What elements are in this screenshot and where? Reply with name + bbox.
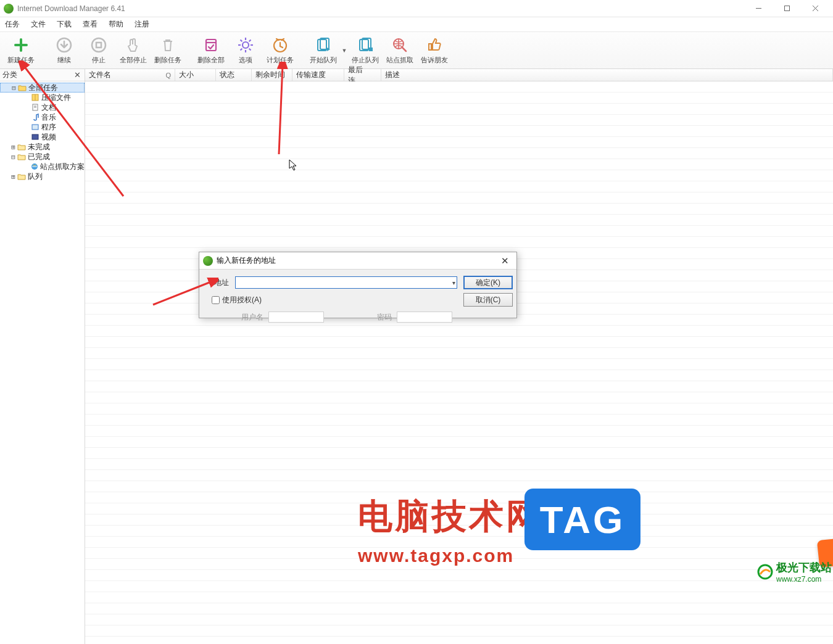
list-row[interactable] [85,625,833,637]
url-input[interactable]: ▾ [235,276,457,289]
tree-expand-icon[interactable]: ⊞ [10,143,17,151]
menu-tasks[interactable]: 任务 [4,18,21,31]
list-row[interactable] [85,481,833,492]
list-row[interactable] [85,592,833,603]
list-row[interactable] [85,93,833,104]
list-row[interactable] [85,514,833,526]
username-input[interactable] [268,312,324,323]
ok-button[interactable]: 确定(K) [463,276,513,289]
tree-item-5[interactable]: 视频 [0,132,85,142]
start-queue-dropdown[interactable]: ▼ [341,47,348,54]
tree-item-9[interactable]: ⊞队列 [0,171,85,181]
list-row[interactable] [85,170,833,181]
toolbar-stop-queue-button[interactable]: 停止队列 [348,33,383,68]
list-row[interactable] [85,526,833,537]
list-row[interactable] [85,470,833,481]
toolbar-options-button[interactable]: 选项 [228,33,263,68]
tree-item-6[interactable]: ⊞未完成 [0,142,85,152]
col-desc[interactable]: 描述 [381,69,833,81]
col-last[interactable]: 最后连… [344,69,381,81]
menu-register[interactable]: 注册 [133,18,151,31]
list-row[interactable] [85,370,833,381]
list-row[interactable] [85,603,833,614]
menu-view[interactable]: 查看 [81,18,99,31]
list-row[interactable] [85,226,833,237]
list-row[interactable] [85,437,833,448]
list-row[interactable] [85,181,833,192]
col-remain[interactable]: 剩余时间 [252,69,292,81]
list-row[interactable] [85,126,833,137]
list-row[interactable] [85,403,833,415]
minimize-button[interactable] [744,0,773,17]
list-row[interactable] [85,581,833,592]
dialog-titlebar[interactable]: 输入新任务的地址 ✕ [199,252,516,270]
sidebar-close-icon[interactable]: ✕ [73,70,82,80]
toolbar-start-queue-button[interactable]: 开始队列 [306,33,341,68]
tree-item-7[interactable]: ⊟已完成 [0,152,85,162]
list-row[interactable] [85,381,833,392]
menu-file[interactable]: 文件 [30,18,47,31]
toolbar-schedule-button[interactable]: 计划任务 [263,33,297,68]
list-row[interactable] [85,192,833,204]
list-row[interactable] [85,570,833,581]
list-row[interactable] [85,459,833,470]
menu-downloads[interactable]: 下载 [56,18,73,31]
chevron-down-icon[interactable]: ▾ [452,279,455,286]
list-row[interactable] [85,614,833,625]
col-speed[interactable]: 传输速度 [292,69,344,81]
cancel-button[interactable]: 取消(C) [463,293,513,307]
list-row[interactable] [85,392,833,403]
list-row[interactable] [85,348,833,359]
list-row[interactable] [85,137,833,148]
maximize-button[interactable] [773,0,801,17]
toolbar-stop-button[interactable]: 停止 [81,33,116,68]
list-row[interactable] [85,104,833,115]
tree-expand-icon[interactable]: ⊟ [10,153,17,161]
password-input[interactable] [397,312,452,323]
list-row[interactable] [85,204,833,215]
list-row[interactable] [85,159,833,170]
toolbar-resume-button[interactable]: 继续 [47,33,81,68]
list-body[interactable] [85,81,833,644]
list-row[interactable] [85,559,833,570]
list-row[interactable] [85,426,833,437]
list-row[interactable] [85,115,833,126]
list-row[interactable] [85,415,833,426]
col-status[interactable]: 状态 [216,69,252,81]
tree-item-1[interactable]: 压缩文件 [0,93,85,102]
list-row[interactable] [85,448,833,459]
list-row[interactable] [85,503,833,514]
tree-expand-icon[interactable]: ⊟ [10,84,17,92]
list-row[interactable] [85,215,833,226]
list-row[interactable] [85,81,833,93]
col-size[interactable]: 大小 [175,69,216,81]
dialog-close-icon[interactable]: ✕ [497,255,513,266]
toolbar-tell-button[interactable]: 告诉朋友 [417,33,452,68]
tree-expand-icon[interactable]: ⊞ [10,173,17,181]
tree-item-3[interactable]: 音乐 [0,112,85,122]
list-row[interactable] [85,359,833,370]
list-row[interactable] [85,237,833,248]
toolbar-new-button[interactable]: 新建任务 [4,33,38,68]
list-row[interactable] [85,148,833,159]
list-row[interactable] [85,537,833,548]
menu-help[interactable]: 帮助 [107,18,125,31]
tree-item-4[interactable]: 程序 [0,122,85,132]
auth-checkbox[interactable] [212,296,220,304]
close-button[interactable] [801,0,829,17]
stop-queue-icon [356,36,375,54]
toolbar-grabber-button[interactable]: 站点抓取 [383,33,417,68]
toolbar-delete-button[interactable]: 删除任务 [151,33,185,68]
svg-point-8 [242,42,249,48]
tree-item-2[interactable]: 文档 [0,102,85,112]
list-row[interactable] [85,337,833,348]
toolbar-delete-all-button[interactable]: 删除全部 [194,33,228,68]
tree-folder-icon [17,172,27,181]
toolbar-stop-all-button[interactable]: 全部停止 [116,33,151,68]
tree-item-8[interactable]: 站点抓取方案 [0,162,85,171]
list-row[interactable] [85,548,833,559]
col-filename[interactable]: 文件名Q [85,69,175,81]
tree-item-0[interactable]: ⊟全部任务 [0,83,85,93]
svg-rect-22 [369,47,373,51]
list-row[interactable] [85,492,833,503]
